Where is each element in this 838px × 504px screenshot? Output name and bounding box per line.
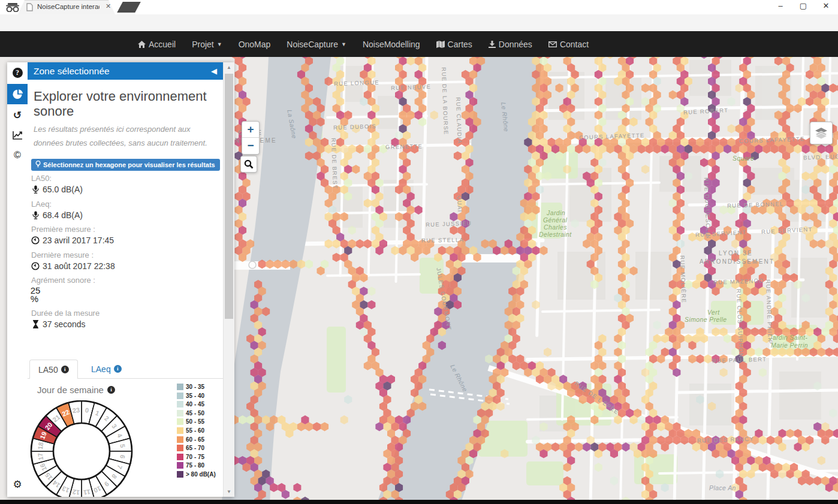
caret-down-icon: ▼: [341, 41, 346, 47]
panel-header: Zone sélectionnée ◀: [28, 62, 223, 80]
tab-la50[interactable]: LA50 i: [29, 360, 78, 379]
nav-item-projet[interactable]: Projet▼: [192, 40, 222, 49]
stat-item: Dernière mesure :31 août 2017 22:38: [31, 251, 211, 271]
legend-row: 35 - 40: [177, 393, 216, 399]
map-label: RUE NEUVE: [391, 83, 431, 91]
nav-item-contact[interactable]: Contact: [548, 40, 589, 49]
noise-legend: 30 - 3535 - 4040 - 4545 - 5050 - 5555 - …: [177, 384, 216, 480]
search-icon: [244, 159, 254, 169]
tab-title: NoiseCapture interactive: [37, 3, 100, 10]
panel-scrollbar[interactable]: ▲ ▼: [223, 62, 234, 497]
window-maximize-button[interactable]: ▢: [797, 1, 809, 10]
side-panel-wrap: ? ↺ © ⚙ Zone sélectionnée ◀ Explorer vot…: [7, 62, 234, 497]
search-button[interactable]: [240, 156, 257, 173]
settings-button[interactable]: ⚙: [7, 474, 28, 494]
info-icon[interactable]: i: [107, 386, 115, 394]
hourglass-icon: [31, 320, 40, 328]
window-close-button[interactable]: ✕: [820, 1, 832, 10]
legend-row: 45 - 50: [177, 410, 216, 417]
help-button[interactable]: ?: [7, 62, 28, 83]
map-label: Jardin Saint-: [769, 334, 807, 341]
stat-item: LAeq:68.4 dB(A): [31, 200, 211, 220]
hour-label: 17: [37, 452, 44, 461]
credits-button[interactable]: ©: [7, 145, 28, 165]
info-icon[interactable]: i: [114, 365, 122, 373]
map-label: QUAI: [456, 195, 463, 213]
hour-label: 18: [37, 442, 44, 450]
window-minimize-button[interactable]: –: [774, 1, 786, 10]
stat-value: 65.0 dB(A): [43, 185, 83, 194]
smiley-icon: 25 %: [31, 286, 40, 303]
stat-label: LAeq:: [31, 200, 211, 209]
hour-label: 11: [83, 488, 91, 496]
pie-chart-icon: [13, 89, 23, 99]
hint-button-label: Sélectionnez un hexagone pour visualiser…: [43, 161, 215, 168]
legend-swatch: [177, 418, 183, 425]
nav-item-accueil[interactable]: Accueil: [138, 40, 176, 49]
map-label: Square: [733, 155, 754, 162]
nav-item-noisecapture[interactable]: NoiseCapture▼: [287, 40, 346, 49]
legend-label: 55 - 60: [186, 427, 204, 434]
chart-tabs: LA50 i LAeq i: [28, 360, 223, 379]
map-label: Jardin: [547, 209, 565, 216]
history-icon: ↺: [13, 109, 22, 122]
browser-titlebar: NoiseCapture interactive ✕ – ▢ ✕: [0, 0, 838, 14]
legend-label: 70 - 75: [186, 454, 204, 460]
copyright-icon: ©: [14, 150, 21, 161]
legend-swatch: [177, 436, 183, 443]
timeline-button[interactable]: [7, 125, 28, 145]
map-label: GRENETTE: [385, 143, 423, 150]
legend-label: 40 - 45: [186, 401, 204, 408]
legend-swatch: [177, 401, 183, 408]
map-label: Charles: [544, 224, 567, 231]
map-label: Place An: [709, 484, 736, 491]
stat-item: LA50:65.0 dB(A): [31, 174, 211, 194]
stat-label: Première mesure :: [31, 225, 211, 234]
hour-donut-chart: 01234567891011121314151617181920212223: [30, 400, 135, 497]
scroll-up-icon[interactable]: ▲: [224, 62, 234, 73]
nav-item-cartes[interactable]: Cartes: [436, 40, 472, 49]
legend-label: 35 - 40: [186, 393, 204, 399]
chart-title: Jour de semaine i: [37, 385, 115, 395]
legend-label: 60 - 65: [186, 436, 204, 443]
layers-control[interactable]: [810, 122, 833, 144]
panel-title: Explorer votre environnement sonore: [34, 89, 207, 119]
zoom-in-button[interactable]: +: [242, 122, 259, 137]
legend-swatch: [177, 471, 183, 478]
nav-item-donnes[interactable]: Données: [489, 40, 532, 49]
tab-laeq-label: LAeq: [91, 364, 111, 374]
question-icon: ?: [13, 68, 23, 78]
nav-item-noisemodelling[interactable]: NoiseModelling: [363, 40, 420, 49]
roundabout: [249, 261, 256, 268]
legend-label: 75 - 80: [186, 462, 204, 469]
legend-row: 50 - 55: [177, 418, 216, 425]
zoom-control: + −: [242, 121, 260, 155]
stats-list: LA50:65.0 dB(A)LAeq:68.4 dB(A)Première m…: [31, 174, 211, 334]
map-label: RUE STELLA: [421, 236, 464, 243]
legend-swatch: [177, 454, 183, 460]
stat-label: Dernière mesure :: [31, 251, 211, 259]
tab-laeq[interactable]: LAeq i: [83, 360, 130, 378]
caret-down-icon: ▼: [217, 41, 222, 47]
legend-label: > 80 dB(A): [186, 471, 216, 478]
bottom-black-strip: [0, 500, 838, 504]
stat-value: 23 avril 2017 17:45: [43, 236, 114, 245]
nav-item-onomap[interactable]: OnoMap: [239, 40, 271, 49]
legend-row: 75 - 80: [177, 462, 216, 469]
site-navbar: AccueilProjet▼OnoMapNoiseCapture▼NoiseMo…: [0, 31, 838, 57]
scroll-down-icon[interactable]: ▼: [224, 487, 234, 497]
zone-stats-button[interactable]: [7, 84, 28, 104]
map-label: Vert: [707, 309, 719, 316]
zone-panel: Zone sélectionnée ◀ Explorer votre envir…: [28, 62, 223, 497]
zoom-out-button[interactable]: −: [242, 138, 259, 153]
tab-close-icon[interactable]: ✕: [105, 2, 111, 10]
info-icon[interactable]: i: [61, 366, 69, 373]
legend-swatch: [177, 427, 183, 434]
collapse-panel-icon[interactable]: ◀: [211, 67, 217, 76]
history-button[interactable]: ↺: [7, 105, 28, 125]
line-chart-icon: [13, 131, 23, 140]
stat-label: LA50:: [31, 174, 211, 183]
select-hexagon-hint-button[interactable]: Sélectionnez un hexagone pour visualiser…: [31, 159, 220, 171]
scrollbar-thumb[interactable]: [225, 74, 233, 319]
legend-swatch: [177, 410, 183, 417]
